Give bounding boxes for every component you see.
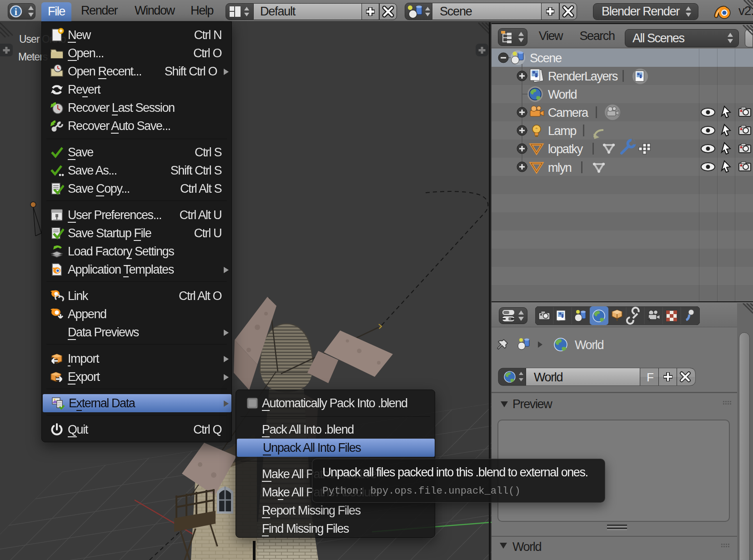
svg-text:Camera: Camera	[548, 106, 589, 120]
svg-text:F: F	[647, 370, 654, 384]
svg-text:Scene: Scene	[530, 51, 562, 65]
svg-text:Preview: Preview	[512, 397, 552, 411]
svg-text:World: World	[512, 540, 541, 554]
svg-text:mlyn: mlyn	[548, 161, 572, 175]
svg-text:RenderLayers: RenderLayers	[548, 70, 618, 83]
svg-text:World: World	[575, 338, 603, 352]
svg-text:lopatky: lopatky	[548, 142, 583, 156]
svg-text:Lamp: Lamp	[548, 124, 576, 138]
svg-text:World: World	[548, 88, 577, 101]
svg-text:i: i	[15, 6, 17, 17]
svg-text:World: World	[534, 370, 562, 384]
